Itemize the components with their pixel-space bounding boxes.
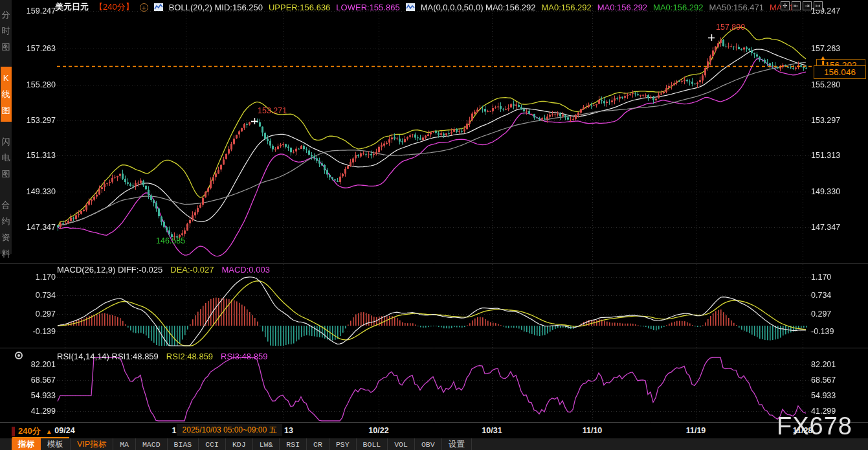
price-axis-label-left: 153.297: [18, 116, 56, 125]
toolbar-item-vol[interactable]: VOL: [388, 438, 415, 450]
window-controls: ✛⇤⇥↦: [781, 1, 823, 10]
pan-tool-icon[interactable]: ✛: [781, 1, 790, 10]
toolbar-item-settings[interactable]: 设置: [442, 438, 472, 450]
symbol-name: 美元日元: [55, 1, 89, 13]
macd-axis-label-right: 0.297: [811, 309, 831, 319]
period-label: 【240分】: [95, 1, 134, 13]
rsi-axis-label-left: 41.299: [18, 407, 56, 416]
ma50-value: MA50:156.471: [709, 3, 764, 12]
ma-green-value: MA0:156.292: [653, 3, 703, 12]
toolbar-item-vip-indicators[interactable]: VIP指标: [71, 438, 113, 450]
toolbar-item-bias[interactable]: BIAS: [168, 438, 199, 450]
price-axis-label-right: 157.263: [811, 44, 840, 53]
toolbar-item-rsi[interactable]: RSI: [280, 438, 307, 450]
time-axis-label: 11/19: [686, 426, 706, 435]
boll-upper-value: UPPER:156.636: [269, 3, 330, 12]
macd-axis-label-right: -0.139: [811, 327, 834, 336]
ma-yellow-value: MA0:156.292: [541, 3, 591, 12]
price-annotation: 153.271: [258, 106, 287, 115]
chart-header: 美元日元 【240分】 + BOLL(20,2) MID:156.250 UPP…: [55, 1, 794, 13]
zoom-in-axis-icon[interactable]: ⇥: [803, 1, 812, 10]
price-axis-label-right: 149.330: [811, 187, 840, 196]
toolbar-item-macd[interactable]: MACD: [136, 438, 168, 450]
chevron-up-icon: ▲: [46, 428, 52, 435]
price-axis-label-right: 155.280: [811, 80, 840, 89]
price-axis-label-right: 147.347: [811, 223, 840, 232]
price-up-arrow-icon: ▲▮: [819, 54, 827, 64]
time-axis-label: 1: [172, 426, 177, 435]
time-axis-label: 11/10: [583, 426, 603, 435]
toolbar-item-templates[interactable]: 模板: [41, 438, 71, 450]
rsi-axis-label-right: 54.933: [811, 391, 836, 400]
time-axis-label: 13: [284, 426, 293, 435]
ma-magenta-value: MA0:156.292: [597, 3, 647, 12]
price-axis-label-right: 153.297: [811, 116, 840, 125]
macd-macd-value: MACD:0.003: [221, 265, 269, 275]
rsi-axis-label-right: 68.567: [811, 376, 836, 385]
chart-canvas[interactable]: [0, 0, 868, 450]
price-axis-label-left: 157.263: [18, 44, 56, 53]
toolbar-item-obv[interactable]: OBV: [415, 438, 442, 450]
chart-type-sidebar: 分时图 K线图 闪电图 合约资料: [0, 0, 12, 254]
indicator-settings-icon[interactable]: [15, 352, 23, 359]
rsi2-value: RSI2:48.859: [166, 352, 213, 361]
toolbar-item-ma[interactable]: MA: [113, 438, 136, 450]
rsi-panel-header: RSI(14,14,14) RSI1:48.859 RSI2:48.859 RS…: [57, 352, 267, 361]
macd-axis-label-left: 1.170: [18, 273, 56, 282]
rsi-axis-label-left: 82.201: [18, 360, 56, 369]
toolbar-item-cci[interactable]: CCI: [199, 438, 226, 450]
macd-axis-label-left: -0.139: [18, 327, 56, 336]
rsi1-value: RSI(14,14,14) RSI1:48.859: [57, 352, 159, 361]
rsi3-value: RSI3:48.859: [221, 352, 267, 361]
toolbar-item-cr[interactable]: CR: [307, 438, 329, 450]
time-axis-label: 10/31: [482, 426, 502, 435]
boll-indicator-icon: [154, 3, 163, 11]
indicator-toolbar: 指标模板VIP指标MAMACDBIASCCIKDJLW&RSICRPSYBOLL…: [0, 438, 868, 450]
macd-diff-value: MACD(26,12,9) DIFF:-0.025: [57, 265, 162, 275]
rsi-axis-label-left: 54.933: [18, 391, 56, 400]
time-axis: 240分▲ 09/2411310/2210/3111/1011/1911/28 …: [0, 423, 868, 438]
fx678-watermark: FX678: [777, 412, 852, 440]
sidebar-item-flash-chart[interactable]: 闪电图: [1, 130, 12, 185]
ma-indicator-icon: [406, 3, 415, 11]
timeframe-selector[interactable]: 240分▲: [18, 425, 52, 437]
price-axis-label-left: 147.347: [18, 223, 56, 232]
price-axis-label-left: 149.330: [18, 187, 56, 196]
price-axis-label-left: 155.280: [18, 80, 56, 89]
price-annotation: 157.890: [716, 23, 745, 32]
toolbar-item-lwr[interactable]: LW&: [253, 438, 280, 450]
time-axis-label: 10/22: [368, 426, 388, 435]
price-axis-label-right: 151.313: [811, 151, 840, 160]
rsi-axis-label-right: 82.201: [811, 360, 836, 369]
toolbar-item-indicators[interactable]: 指标: [12, 438, 41, 450]
boll-mid-value: BOLL(20,2) MID:156.250: [169, 3, 263, 12]
macd-axis-label-left: 0.297: [18, 309, 56, 319]
toolbar-item-boll[interactable]: BOLL: [357, 438, 388, 450]
macd-axis-label-right: 0.734: [811, 291, 831, 300]
price-annotation: 146.585: [156, 236, 185, 245]
crosshair-date-tooltip: 2025/10/03 05:00~09:00 五: [177, 424, 282, 436]
macd-panel-header: MACD(26,12,9) DIFF:-0.025 DEA:-0.027 MAC…: [57, 265, 270, 275]
jump-to-latest-icon[interactable]: ↦: [814, 1, 823, 10]
macd-dea-value: DEA:-0.027: [170, 265, 214, 275]
zoom-out-axis-icon[interactable]: ⇤: [792, 1, 801, 10]
price-axis-label-left: 159.247: [18, 6, 56, 16]
ma-white-value: MA(0,0,0,0,50,0) MA0:156.292: [421, 3, 536, 12]
macd-axis-label-right: 1.170: [811, 273, 831, 282]
timeframe-marker: [12, 427, 15, 436]
app-root: 美元日元 【240分】 + BOLL(20,2) MID:156.250 UPP…: [0, 0, 868, 450]
price-axis-label-left: 151.313: [18, 151, 56, 160]
price-tag-current: 156.046: [814, 65, 866, 79]
rsi-axis-label-left: 68.567: [18, 376, 56, 385]
macd-axis-label-left: 0.734: [18, 291, 56, 300]
toolbar-item-kdj[interactable]: KDJ: [226, 438, 253, 450]
time-axis-label: 09/24: [54, 426, 74, 435]
boll-lower-value: LOWER:155.865: [336, 3, 399, 12]
add-indicator-icon[interactable]: +: [140, 3, 148, 12]
sidebar-item-contract-info[interactable]: 合约资料: [1, 194, 12, 265]
sidebar-item-kline-chart[interactable]: K线图: [1, 67, 12, 122]
toolbar-item-psy[interactable]: PSY: [329, 438, 357, 450]
sidebar-item-time-chart[interactable]: 分时图: [1, 3, 12, 58]
